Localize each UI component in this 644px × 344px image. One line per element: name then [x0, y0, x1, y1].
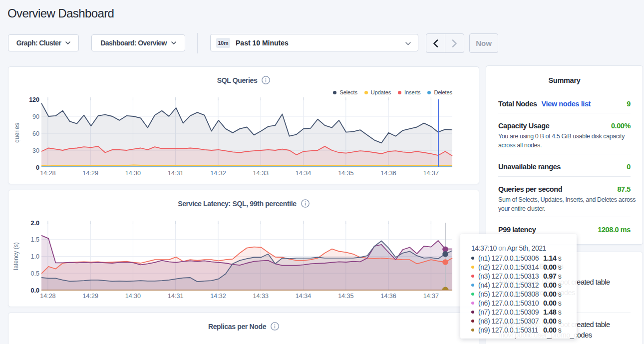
svg-text:90: 90	[32, 113, 39, 120]
svg-text:1.5: 1.5	[31, 236, 39, 243]
svg-text:14:30: 14:30	[125, 293, 141, 300]
svg-text:14:32: 14:32	[210, 170, 226, 177]
svg-text:14:33: 14:33	[253, 293, 269, 300]
svg-text:14:34: 14:34	[296, 170, 311, 177]
svg-text:14:35: 14:35	[338, 293, 353, 300]
svg-text:14:34: 14:34	[296, 293, 311, 300]
svg-text:14:31: 14:31	[168, 170, 183, 177]
svg-text:60: 60	[32, 130, 39, 137]
svg-text:30: 30	[32, 147, 39, 154]
svg-text:14:35: 14:35	[338, 170, 353, 177]
svg-text:1.0: 1.0	[31, 253, 39, 260]
svg-text:14:37: 14:37	[423, 293, 439, 300]
svg-text:14:28: 14:28	[40, 170, 55, 177]
svg-text:14:31: 14:31	[168, 293, 183, 300]
svg-text:queries: queries	[13, 123, 20, 142]
svg-text:14:32: 14:32	[210, 293, 226, 300]
svg-text:120: 120	[29, 96, 39, 103]
svg-text:14:29: 14:29	[83, 293, 98, 300]
svg-text:14:28: 14:28	[40, 293, 55, 300]
svg-text:14:33: 14:33	[253, 170, 269, 177]
svg-text:latency (s): latency (s)	[12, 242, 19, 270]
svg-text:14:37: 14:37	[423, 170, 439, 177]
svg-text:2.0: 2.0	[31, 220, 39, 227]
svg-text:14:36: 14:36	[380, 293, 396, 300]
svg-text:14:29: 14:29	[83, 170, 98, 177]
svg-text:0.5: 0.5	[31, 270, 39, 277]
svg-text:0: 0	[36, 164, 39, 171]
svg-text:0.0: 0.0	[31, 287, 39, 294]
svg-text:14:36: 14:36	[380, 170, 396, 177]
svg-text:14:30: 14:30	[125, 170, 141, 177]
